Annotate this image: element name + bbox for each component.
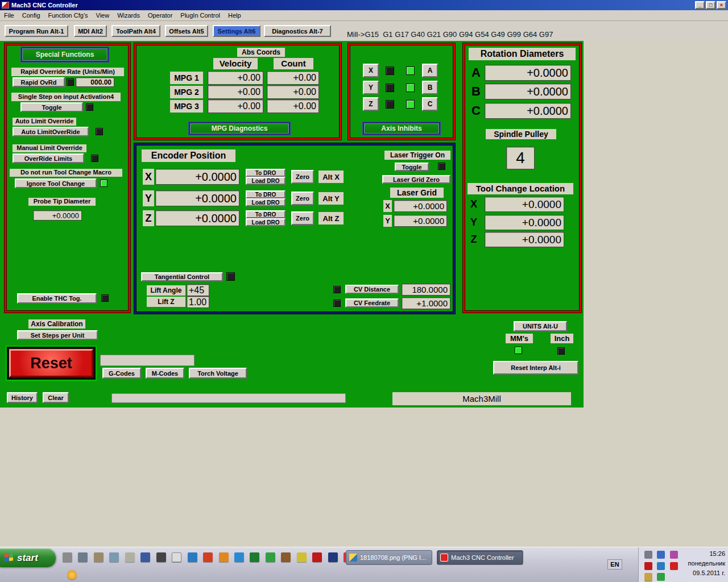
laser-grid-zero-button[interactable]: Laser Grid Zero (382, 175, 450, 184)
quick-launch-icon[interactable] (172, 552, 181, 562)
laser-toggle-button[interactable]: Toggle (395, 163, 429, 171)
inhibit-y-button[interactable]: Y (363, 81, 379, 94)
cv-distance-dro[interactable]: 180.0000 (402, 284, 450, 296)
inhibit-x-button[interactable]: X (363, 64, 379, 77)
language-indicator[interactable]: EN (607, 559, 622, 569)
encoder-y-to-dro-button[interactable]: To DRO (246, 190, 286, 198)
tab-mdi[interactable]: MDI Alt2 (74, 25, 107, 37)
tray-icon[interactable] (657, 562, 665, 570)
quick-launch-icon[interactable] (67, 570, 77, 580)
inhibit-a-button[interactable]: A (422, 64, 438, 77)
quick-launch-icon[interactable] (203, 552, 213, 562)
inhibit-c-button[interactable]: C (422, 97, 438, 111)
set-steps-per-unit-button[interactable]: Set Steps per Unit (17, 330, 98, 340)
override-limits-button[interactable]: OverRide Limits (13, 153, 84, 163)
reset-button[interactable]: Reset (9, 349, 93, 377)
tab-diagnostics[interactable]: Diagnostics Alt-7 (264, 25, 331, 37)
enable-thc-button[interactable]: Enable THC Tog. (17, 293, 97, 304)
encoder-x-to-dro-button[interactable]: To DRO (246, 169, 286, 177)
clear-button[interactable]: Clear (43, 392, 69, 403)
quick-launch-icon[interactable] (328, 552, 338, 562)
status-field[interactable] (100, 355, 195, 366)
tray-icon[interactable] (644, 551, 652, 559)
tool-change-x-dro[interactable]: +0.0000 (485, 197, 564, 212)
quick-launch-icon[interactable] (312, 552, 322, 562)
encoder-x-dro[interactable]: +0.0000 (155, 169, 239, 185)
tool-change-z-dro[interactable]: +0.0000 (485, 232, 564, 247)
tab-toolpath[interactable]: ToolPath Alt4 (111, 25, 160, 37)
tray-icon[interactable] (657, 573, 665, 581)
encoder-y-zero-button[interactable]: Zero (291, 192, 314, 205)
quick-launch-icon[interactable] (219, 552, 229, 562)
encoder-z-dro[interactable]: +0.0000 (155, 210, 239, 226)
units-button[interactable]: UNITS Alt-U (514, 321, 567, 331)
minimize-button[interactable]: _ (695, 1, 705, 9)
axis-inhibits-button[interactable]: Axis Inhibits (363, 123, 440, 134)
quick-launch-icon[interactable] (266, 552, 275, 562)
rapid-ovrd-dro[interactable]: 000.00 (76, 77, 114, 87)
history-button[interactable]: History (7, 392, 38, 403)
quick-launch-icon[interactable] (297, 552, 307, 562)
menu-item-function-cfgs[interactable]: Function Cfg's (44, 11, 92, 20)
mpg1-count-dro[interactable]: +0.00 (267, 71, 319, 85)
rotation-b-dro[interactable]: +0.0000 (485, 84, 571, 99)
encoder-x-zero-button[interactable]: Zero (291, 170, 314, 184)
lift-z-dro[interactable]: 1.00 (187, 296, 209, 308)
single-step-toggle-button[interactable]: Toggle (20, 102, 83, 112)
laser-grid-y-dro[interactable]: +0.0000 (394, 215, 447, 227)
encoder-z-load-dro-button[interactable]: Load DRO (246, 218, 286, 226)
cv-feedrate-dro[interactable]: +1.0000 (402, 297, 450, 309)
mcodes-button[interactable]: M-Codes (146, 368, 184, 379)
tray-icon[interactable] (670, 551, 678, 559)
spindle-pulley-dro[interactable]: 4 (506, 147, 535, 169)
encoder-x-load-dro-button[interactable]: Load DRO (246, 177, 286, 185)
cv-feedrate-button[interactable]: CV Feedrate (345, 298, 399, 307)
ignore-tool-change-button[interactable]: Ignore Tool Change (15, 178, 97, 188)
special-functions-button[interactable]: Special Functions (22, 48, 108, 61)
probe-tip-diameter-dro[interactable]: +0.0000 (33, 210, 82, 221)
quick-launch-icon[interactable] (63, 552, 72, 562)
auto-limit-override-button[interactable]: Auto LimitOverRide (13, 127, 89, 136)
quick-launch-icon[interactable] (188, 552, 197, 562)
encoder-y-load-dro-button[interactable]: Load DRO (246, 198, 286, 206)
task-button-mach3[interactable]: Mach3 CNC Controller (437, 550, 523, 565)
mpg2-count-dro[interactable]: +0.00 (267, 85, 319, 99)
rapid-ovrd-button[interactable]: Rapid OvRd (13, 77, 65, 87)
cv-distance-button[interactable]: CV Distance (345, 285, 399, 294)
tray-icon[interactable] (657, 551, 665, 559)
menu-item-file[interactable]: File (0, 11, 18, 20)
encoder-z-to-dro-button[interactable]: To DRO (246, 210, 286, 218)
tray-icon[interactable] (670, 562, 678, 570)
tray-icon[interactable] (644, 573, 652, 581)
maximize-button[interactable]: □ (706, 1, 715, 9)
mpg1-velocity-dro[interactable]: +0.00 (208, 71, 263, 85)
quick-launch-icon[interactable] (125, 552, 135, 562)
reset-interp-button[interactable]: Reset Interp Alt-i (493, 361, 578, 375)
encoder-y-dro[interactable]: +0.0000 (155, 190, 239, 206)
quick-launch-icon[interactable] (250, 552, 259, 562)
tab-program-run[interactable]: Program Run Alt-1 (5, 25, 68, 37)
tangential-control-button[interactable]: Tangential Control (141, 272, 223, 281)
tab-offsets[interactable]: Offsets Alt5 (165, 25, 208, 37)
quick-launch-icon[interactable] (78, 552, 88, 562)
tool-change-y-dro[interactable]: +0.0000 (485, 215, 564, 230)
torch-voltage-button[interactable]: Torch Voltage (189, 368, 247, 379)
tray-icon[interactable] (644, 562, 652, 570)
quick-launch-icon[interactable] (109, 552, 119, 562)
menu-item-help[interactable]: Help (224, 11, 245, 20)
inhibit-z-button[interactable]: Z (363, 97, 379, 111)
rotation-a-dro[interactable]: +0.0000 (485, 65, 571, 81)
menu-item-operator[interactable]: Operator (144, 11, 176, 20)
lift-angle-dro[interactable]: +45 (187, 284, 209, 296)
menu-item-view[interactable]: View (92, 11, 114, 20)
mpg-diagnostics-button[interactable]: MPG Diagnostics (189, 123, 289, 134)
quick-launch-icon[interactable] (94, 552, 104, 562)
rotation-c-dro[interactable]: +0.0000 (485, 103, 571, 119)
laser-grid-x-dro[interactable]: +0.0000 (394, 200, 447, 212)
quick-launch-icon[interactable] (156, 552, 166, 562)
tab-settings[interactable]: Settings Alt6 (213, 25, 260, 37)
mpg3-count-dro[interactable]: +0.00 (267, 99, 319, 113)
mpg3-velocity-dro[interactable]: +0.00 (208, 99, 263, 113)
encoder-z-zero-button[interactable]: Zero (291, 211, 314, 225)
quick-launch-icon[interactable] (281, 552, 291, 562)
